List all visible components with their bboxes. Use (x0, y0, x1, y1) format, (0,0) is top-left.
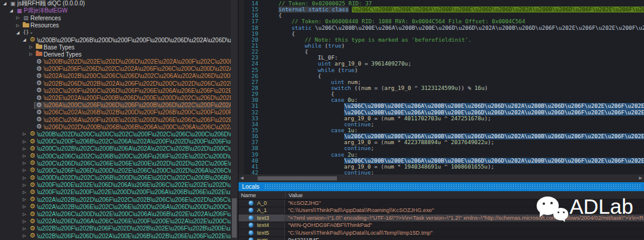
tree-row-type[interactable]: ▷⚙\u200C\u200F\u206B\u202C\u206A\u202A\u… (0, 138, 231, 145)
code-line-22[interactable]: 22{ (244, 49, 644, 55)
tree-row-method[interactable]: ⚙\u200F\u206F\u206D\u202C\u202A\u206F\u2… (0, 66, 231, 73)
tree-expander-collapsed-icon[interactable]: ▷ (27, 45, 35, 49)
tree-row-type[interactable]: ▷⚙\u200D\u202D\u202C\u206B\u200D\u206E\u… (0, 174, 231, 182)
tree-row-type[interactable]: ▷⚙\u200C\u202B\u202C\u200B\u206A\u202A\u… (0, 145, 231, 152)
tree-expander-collapsed-icon[interactable]: ▷ (14, 15, 21, 20)
tree-expander-collapsed-icon[interactable]: ▷ (21, 197, 28, 202)
scroll-right-arrow-icon[interactable]: ▶ (639, 176, 642, 180)
tree-row-method[interactable]: ⚙\u206C\u202A\u206B\u202B\u200D\u200F\u2… (0, 109, 231, 116)
tree-expander-collapsed-icon[interactable]: ▷ (27, 52, 35, 57)
code-line-41[interactable]: 41arg_19_0 = (num * 1940348691u ^ 100860… (244, 164, 644, 170)
locals-row-text3[interactable]: text3"<?xml version=\"1.0\" encoding=\"U… (239, 214, 644, 222)
code-line-26[interactable]: 26{ (244, 73, 644, 79)
tree-expander-expanded-icon[interactable]: ◢ (21, 38, 28, 42)
code-line-31[interactable]: 31\u206C\u200B\u200E\u206A\u200B\u200E\u… (244, 103, 644, 109)
tree-row-type[interactable]: ▷⚙\u200B\u202D\u200C\u200C\u202C\u200F\u… (0, 130, 231, 138)
tree-expander-collapsed-icon[interactable]: ▷ (21, 154, 28, 158)
code-line-40[interactable]: 40\u206C\u200B\u200E\u206A\u200B\u200E\u… (244, 158, 644, 164)
locals-row-text4[interactable]: text4"WIN-QOHDG9FA0BF\\ThinkPad" (239, 222, 644, 230)
code-line-25[interactable]: 25while (true) (244, 67, 644, 73)
tree-row-method[interactable]: ⚙\u206D\u202D\u200B\u206B\u206B\u206A\u2… (0, 123, 231, 130)
tree-expander-expanded-icon[interactable]: ◢ (1, 1, 8, 6)
code-line-16[interactable]: 16{ (244, 13, 644, 18)
code-line-30[interactable]: 30case 0u: (244, 97, 644, 103)
tree-expander-collapsed-icon[interactable]: ▷ (21, 212, 28, 217)
tree-row-type[interactable]: ▷⚙\u202B\u200F\u202B\u206F\u202D\u202B\u… (0, 225, 231, 232)
tree-row-type[interactable]: ▷⚙\u202A\u206C\u200D\u202E\u200C\u206A\u… (0, 210, 231, 217)
tree-expander-collapsed-icon[interactable]: ▷ (14, 23, 21, 28)
code-line-28[interactable]: 28switch ((num = (arg_19_0 ^ 3123124599u… (244, 85, 644, 91)
code-line-21[interactable]: 21while (true) (244, 43, 644, 49)
locals-title-bar[interactable]: Locals (239, 182, 644, 191)
tree-row-type[interactable]: ▷⚙\u200F\u202E\u200F\u202E\u200D\u200F\u… (0, 189, 231, 196)
code-horizontal-scrollbar[interactable]: ◀ ▶ (239, 174, 644, 182)
tree-expander-collapsed-icon[interactable]: ▷ (21, 161, 28, 166)
tree-expander-collapsed-icon[interactable]: ▷ (21, 139, 28, 144)
tree-row-derived-types[interactable]: ▷Derived Types (0, 51, 231, 58)
tree-expander-collapsed-icon[interactable]: ▷ (21, 226, 28, 231)
locals-row-A_0[interactable]: A_0"KcSOZJHG" (239, 200, 644, 207)
code-line-32[interactable]: 32\u206C\u200B\u200E\u206A\u200B\u200E\u… (244, 110, 644, 116)
code-line-33[interactable]: 33arg_19_0 = (num * 4011702703u ^ 247251… (244, 116, 644, 121)
tree-row-type[interactable]: ▷⚙\u200C\u206F\u206D\u200D\u202E\u206C\u… (0, 167, 231, 174)
tree-row-resources[interactable]: ▷Resources (0, 22, 231, 29)
tree-row-assembly[interactable]: ◢▣js顾RFH顾 diQC (0.0.0.0) (0, 0, 231, 7)
tree-row-class[interactable]: ◢⚙\u200B\u200F\u206B\u200D\u200F\u200F\u… (0, 36, 231, 43)
locals-row-text5[interactable]: text5"C:\\Users\\ThinkPad\\AppData\\Loca… (239, 229, 644, 237)
tree-expander-collapsed-icon[interactable]: ▷ (21, 132, 28, 136)
tree-scrollbar-thumb[interactable] (232, 198, 237, 238)
tree-row-type[interactable]: ▷⚙\u202A\u202B\u202D\u206F\u202C\u202B\u… (0, 196, 231, 203)
code-line-23[interactable]: 23IL_0F: (244, 55, 644, 61)
code-line-29[interactable]: 29{ (244, 91, 644, 97)
tree-row-module[interactable]: ◢▦P席je洋ButEGW (0, 7, 231, 14)
tree-expander-collapsed-icon[interactable]: ▷ (21, 176, 28, 180)
tree-expander-expanded-icon[interactable]: ◢ (8, 8, 15, 13)
tree-expander-collapsed-icon[interactable]: ▷ (21, 147, 28, 151)
tree-row-method[interactable]: ⚙\u202E\u202A\u200F\u200B\u206D\u200E\u2… (0, 94, 231, 101)
code-line-39[interactable]: 39case 2u: (244, 152, 644, 158)
tree-row-type[interactable]: ▷⚙\u200C\u206D\u206C\u206E\u206E\u200E\u… (0, 160, 231, 167)
tree-row-type[interactable]: ▷⚙\u200C\u206C\u202C\u206B\u200C\u206F\u… (0, 152, 231, 160)
code-line-24[interactable]: 24uint arg_19_0 = 3961409270u; (244, 61, 644, 67)
tree-expander-collapsed-icon[interactable]: ▷ (21, 204, 28, 209)
code-line-36[interactable]: 36\u206C\u200B\u200E\u206A\u200B\u200E\u… (244, 133, 644, 139)
code-line-42[interactable]: 42continue; (244, 170, 644, 174)
code-line-15[interactable]: 15internal static class \u206C\u200B\u20… (244, 7, 644, 13)
tree-expander-collapsed-icon[interactable]: ▷ (21, 183, 28, 188)
tree-row-type[interactable]: ▷⚙\u200F\u200E\u202E\u206D\u206A\u206E\u… (0, 182, 231, 189)
column-header-name[interactable]: Name (239, 192, 286, 198)
tree-row-base-types[interactable]: ▷Base Types (0, 43, 231, 51)
tree-row-namespace[interactable]: ◢{}- (0, 29, 231, 36)
tree-expander-collapsed-icon[interactable]: ▷ (21, 233, 28, 238)
code-line-20[interactable]: 20// Note: this type is marked as 'befor… (244, 37, 644, 43)
tree-row-type[interactable]: ▷⚙\u202A\u206D\u206A\u206C\u206E\u200F\u… (0, 218, 231, 225)
tree-row-method[interactable]: ⚙\u202A\u202B\u200C\u206C\u206D\u202C\u2… (0, 73, 231, 80)
code-line-14[interactable]: 14// Token: 0x02000025 RID: 37 (244, 1, 644, 7)
tree-vertical-scrollbar[interactable] (231, 0, 238, 240)
code-line-17[interactable]: 17// Token: 0x06000440 RID: 1088 RVA: 0x… (244, 18, 644, 24)
scroll-left-arrow-icon[interactable]: ◀ (240, 176, 243, 180)
locals-row-A_1[interactable]: A_1"C:\\Users\\ThinkPad\\AppData\\Roamin… (239, 207, 644, 215)
locals-row-num[interactable]: num0x42211B4F (239, 237, 644, 240)
code-line-27[interactable]: 27uint num; (244, 79, 644, 85)
tree-expander-expanded-icon[interactable]: ◢ (14, 30, 21, 35)
code-line-19[interactable]: 19{ (244, 31, 644, 37)
tree-row-method[interactable]: ⚙\u202C\u200F\u200C\u206D\u206F\u206E\u2… (0, 87, 231, 94)
tree-row-type[interactable]: ▷⚙\u202B\u206F\u206D\u202A\u200E\u206B\u… (0, 232, 231, 239)
code-line-37[interactable]: 37arg_19_0 = (num * 4223788894u ^ 203764… (244, 139, 644, 145)
tree-row-type[interactable]: ▷⚙\u202A\u202B\u206E\u202C\u206E\u200D\u… (0, 203, 231, 210)
column-header-value[interactable]: Value (286, 192, 644, 198)
tree-row-references[interactable]: ▷▤References (0, 14, 231, 21)
tree-row-method[interactable]: ⚙\u206C\u206A\u200F\u200E\u202E\u200D\u2… (0, 116, 231, 123)
hscrollbar-thumb[interactable] (258, 176, 337, 180)
tree-row-method[interactable]: ⚙\u206A\u200C\u206F\u206D\u206F\u200B\u2… (0, 102, 231, 109)
code-line-34[interactable]: 34continue; (244, 121, 644, 127)
code-line-35[interactable]: 35case 1u: (244, 127, 644, 133)
code-line-18[interactable]: 18static \u206C\u200B\u200E\u206A\u200B\… (244, 25, 644, 31)
code-line-38[interactable]: 38continue; (244, 145, 644, 151)
tree-row-method[interactable]: ⚙\u202B\u206D\u202B\u202A\u206F\u202D\u2… (0, 80, 231, 87)
tree-expander-collapsed-icon[interactable]: ▷ (21, 219, 28, 224)
tree-row-method[interactable]: ⚙\u200B\u202D\u202E\u202D\u206D\u202E\u2… (0, 58, 231, 66)
tree-expander-collapsed-icon[interactable]: ▷ (21, 190, 28, 195)
tree-expander-collapsed-icon[interactable]: ▷ (21, 168, 28, 173)
